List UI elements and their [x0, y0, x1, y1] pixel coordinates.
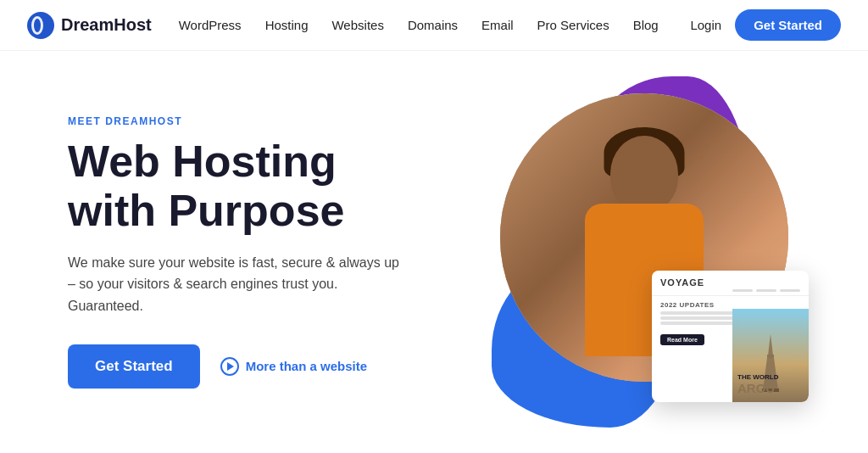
card-update-label: 2022 UPDATES [660, 301, 800, 309]
card-nav-dot-2 [756, 289, 776, 292]
play-triangle-icon [227, 362, 234, 371]
logo-link[interactable]: DreamHost [27, 12, 152, 39]
meet-label: MEET DREAMHOST [68, 115, 475, 127]
svg-rect-4 [767, 355, 774, 358]
login-link[interactable]: Login [690, 18, 721, 32]
website-card: VOYAGE 2022 UPDATES Read More [652, 271, 809, 402]
person-head [610, 136, 678, 212]
around-text: AROU [737, 382, 778, 396]
more-than-website-link[interactable]: More than a website [220, 357, 367, 376]
nav-item-email[interactable]: Email [481, 18, 514, 32]
nav-item-websites[interactable]: Websites [331, 18, 383, 32]
hero-right: VOYAGE 2022 UPDATES Read More [475, 68, 800, 436]
card-read-more[interactable]: Read More [660, 334, 704, 345]
hero-actions: Get Started More than a website [68, 344, 475, 389]
card-nav-dots [660, 289, 800, 292]
hero-section: MEET DREAMHOST Web Hosting with Purpose … [0, 51, 868, 453]
brand-name: DreamHost [61, 15, 152, 35]
hero-title-line1: Web Hosting [68, 137, 337, 186]
hero-subtitle: We make sure your website is fast, secur… [68, 252, 407, 317]
nav-item-wordpress[interactable]: WordPress [179, 18, 242, 32]
card-title: VOYAGE [660, 277, 800, 288]
dreamhost-logo-icon [27, 12, 54, 39]
nav-actions: Login Get Started [690, 9, 841, 41]
nav-item-domains[interactable]: Domains [408, 18, 458, 32]
more-than-label: More than a website [246, 359, 367, 373]
hero-title-line2: with Purpose [68, 186, 344, 235]
play-circle-icon [220, 357, 239, 376]
nav-links: WordPress Hosting Websites Domains Email… [179, 18, 691, 32]
get-started-nav-button[interactable]: Get Started [735, 9, 841, 41]
card-nav-dot-1 [732, 289, 753, 292]
nav-item-hosting[interactable]: Hosting [265, 18, 309, 32]
card-header: VOYAGE [652, 271, 809, 296]
nav-item-pro-services[interactable]: Pro Services [537, 18, 609, 32]
card-world-text: THE WORLD AROU [737, 374, 778, 395]
card-image-area: THE WORLD AROU [732, 309, 809, 402]
navbar: DreamHost WordPress Hosting Websites Dom… [0, 0, 868, 51]
hero-left: MEET DREAMHOST Web Hosting with Purpose … [68, 115, 475, 388]
hero-title: Web Hosting with Purpose [68, 137, 475, 234]
svg-marker-3 [768, 334, 773, 355]
nav-item-blog[interactable]: Blog [633, 18, 659, 32]
svg-point-2 [34, 19, 41, 32]
card-nav-dot-3 [780, 289, 800, 292]
get-started-hero-button[interactable]: Get Started [68, 344, 200, 389]
